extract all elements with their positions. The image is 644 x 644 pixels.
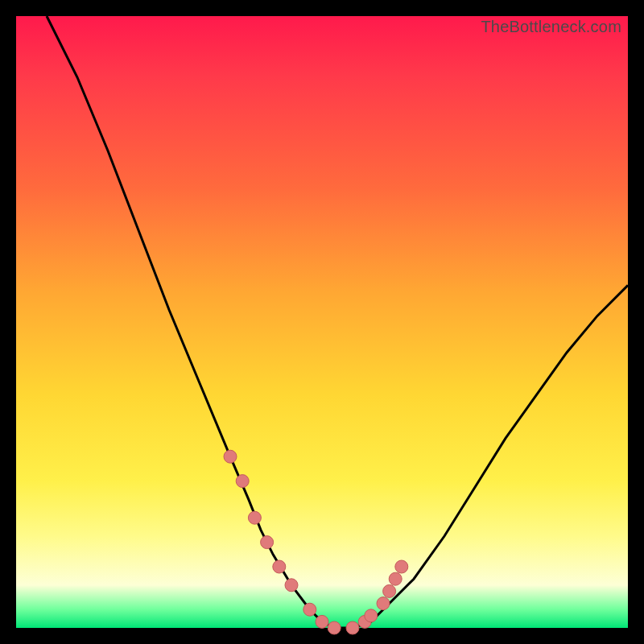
marker-group [224, 450, 408, 634]
marker-dot [285, 579, 298, 592]
marker-dot [389, 572, 402, 585]
marker-dot [365, 609, 378, 622]
marker-dot [316, 615, 328, 628]
marker-dot [236, 475, 249, 488]
marker-dot [328, 621, 341, 634]
marker-dot [273, 560, 286, 573]
curve-layer [16, 16, 628, 628]
bottleneck-curve [47, 16, 628, 628]
marker-dot [377, 597, 390, 610]
marker-dot [261, 536, 274, 549]
marker-dot [224, 450, 237, 463]
marker-dot [383, 584, 396, 597]
chart-frame: TheBottleneck.com [0, 0, 644, 644]
plot-area: TheBottleneck.com [16, 16, 628, 628]
marker-dot [346, 621, 359, 634]
marker-dot [395, 560, 408, 573]
marker-dot [248, 511, 261, 524]
marker-dot [303, 603, 316, 616]
